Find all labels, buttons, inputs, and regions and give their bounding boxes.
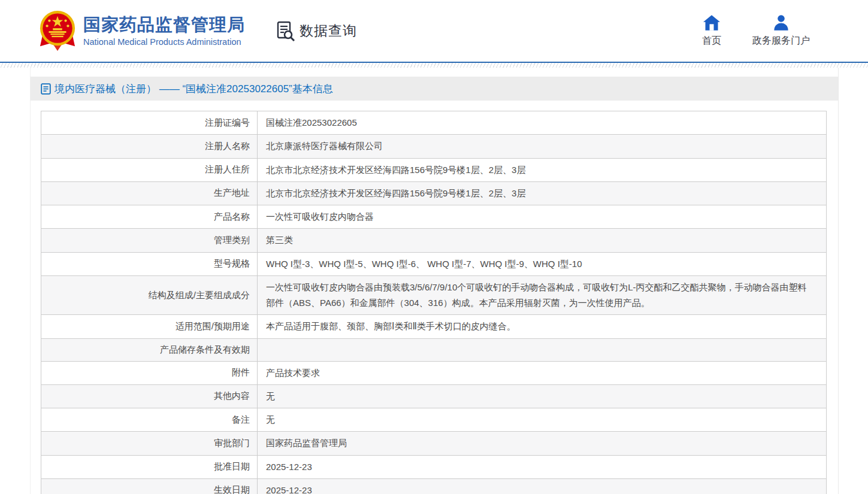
row-value: 本产品适用于腹部、颈部、胸部Ⅰ类和Ⅱ类手术切口的皮内缝合。 xyxy=(258,315,826,338)
national-emblem-icon xyxy=(39,10,76,52)
table-row: 其他内容 无 xyxy=(41,385,826,408)
header-nav: 首页 政务服务门户 xyxy=(702,15,810,47)
row-label: 注册证编号 xyxy=(41,111,258,134)
table-row: 产品储存条件及有效期 xyxy=(41,339,826,362)
row-value: 国械注准20253022605 xyxy=(258,111,826,134)
table-row: 管理类别 第三类 xyxy=(41,229,826,252)
nav-gov-portal[interactable]: 政务服务门户 xyxy=(752,15,810,47)
row-value: 一次性可吸收钉皮内吻合器 xyxy=(258,205,826,228)
nav-home[interactable]: 首页 xyxy=(702,15,721,47)
row-value: 国家药品监督管理局 xyxy=(258,432,826,454)
row-label: 管理类别 xyxy=(41,229,258,251)
row-value: 北京康派特医疗器械有限公司 xyxy=(258,135,826,157)
document-icon xyxy=(41,83,51,95)
table-row: 生效日期 2025-12-23 xyxy=(41,479,826,494)
table-row: 审批部门 国家药品监督管理局 xyxy=(41,432,826,455)
table-row: 型号规格 WHQ I型-3、WHQ I型-5、WHQ I型-6、 WHQ I型-… xyxy=(41,253,826,276)
nmpa-logo[interactable]: 国家药品监督管理局 National Medical Products Admi… xyxy=(39,10,245,52)
nav-home-label: 首页 xyxy=(702,35,721,47)
row-value: 无 xyxy=(258,408,826,431)
hatch-band xyxy=(0,63,868,68)
home-icon xyxy=(703,15,720,31)
table-row: 生产地址 北京市北京经济技术开发区经海四路156号院9号楼1层、2层、3层 xyxy=(41,182,826,205)
document-search-icon xyxy=(276,21,295,41)
row-value: 北京市北京经济技术开发区经海四路156号院9号楼1层、2层、3层 xyxy=(258,182,826,205)
page-title: 境内医疗器械（注册） —— “国械注准20253022605”基本信息 xyxy=(55,82,333,96)
row-label: 型号规格 xyxy=(41,253,258,275)
row-label: 产品储存条件及有效期 xyxy=(41,339,258,361)
row-label: 生效日期 xyxy=(41,479,258,494)
table-row: 适用范围/预期用途 本产品适用于腹部、颈部、胸部Ⅰ类和Ⅱ类手术切口的皮内缝合。 xyxy=(41,315,826,338)
person-icon xyxy=(773,15,790,31)
row-value: 第三类 xyxy=(258,229,826,251)
org-name-en: National Medical Products Administration xyxy=(83,37,245,47)
row-value: 一次性可吸收钉皮内吻合器由预装载3/5/6/7/9/10个可吸收钉的手动吻合器构… xyxy=(258,276,826,315)
row-label: 注册人名称 xyxy=(41,135,258,157)
row-label: 产品名称 xyxy=(41,205,258,228)
row-label: 批准日期 xyxy=(41,456,258,478)
breadcrumb: 境内医疗器械（注册） —— “国械注准20253022605”基本信息 xyxy=(31,77,838,101)
content-container: 境内医疗器械（注册） —— “国械注准20253022605”基本信息 注册证编… xyxy=(30,68,839,494)
info-table-body: 注册证编号 国械注准20253022605 注册人名称 北京康派特医疗器械有限公… xyxy=(41,111,826,494)
table-row: 注册人住所 北京市北京经济技术开发区经海四路156号院9号楼1层、2层、3层 xyxy=(41,159,826,182)
table-row: 结构及组成/主要组成成分 一次性可吸收钉皮内吻合器由预装载3/5/6/7/9/1… xyxy=(41,276,826,316)
row-label: 生产地址 xyxy=(41,182,258,205)
table-row: 附件 产品技术要求 xyxy=(41,362,826,385)
table-row: 备注 无 xyxy=(41,408,826,432)
row-value: 北京市北京经济技术开发区经海四路156号院9号楼1层、2层、3层 xyxy=(258,159,826,181)
info-table: 注册证编号 国械注准20253022605 注册人名称 北京康派特医疗器械有限公… xyxy=(41,111,827,494)
data-query-link[interactable]: 数据查询 xyxy=(276,21,357,41)
row-label: 注册人住所 xyxy=(41,159,258,181)
table-row: 注册人名称 北京康派特医疗器械有限公司 xyxy=(41,135,826,158)
row-value xyxy=(258,339,826,361)
row-label: 附件 xyxy=(41,362,258,384)
row-value: 无 xyxy=(258,385,826,408)
data-query-label: 数据查询 xyxy=(300,22,357,40)
row-label: 审批部门 xyxy=(41,432,258,454)
row-label: 其他内容 xyxy=(41,385,258,408)
nav-gov-portal-label: 政务服务门户 xyxy=(752,35,810,47)
row-label: 适用范围/预期用途 xyxy=(41,315,258,338)
table-row: 产品名称 一次性可吸收钉皮内吻合器 xyxy=(41,205,826,229)
row-label: 结构及组成/主要组成成分 xyxy=(41,276,258,315)
row-value: 2025-12-23 xyxy=(258,456,826,478)
table-row: 注册证编号 国械注准20253022605 xyxy=(41,111,826,135)
row-value: 2025-12-23 xyxy=(258,479,826,494)
org-name-cn: 国家药品监督管理局 xyxy=(83,15,245,35)
row-label: 备注 xyxy=(41,408,258,431)
table-row: 批准日期 2025-12-23 xyxy=(41,456,826,479)
row-value: WHQ I型-3、WHQ I型-5、WHQ I型-6、 WHQ I型-7、WHQ… xyxy=(258,253,826,275)
row-value: 产品技术要求 xyxy=(258,362,826,384)
site-header: 国家药品监督管理局 National Medical Products Admi… xyxy=(0,0,868,62)
